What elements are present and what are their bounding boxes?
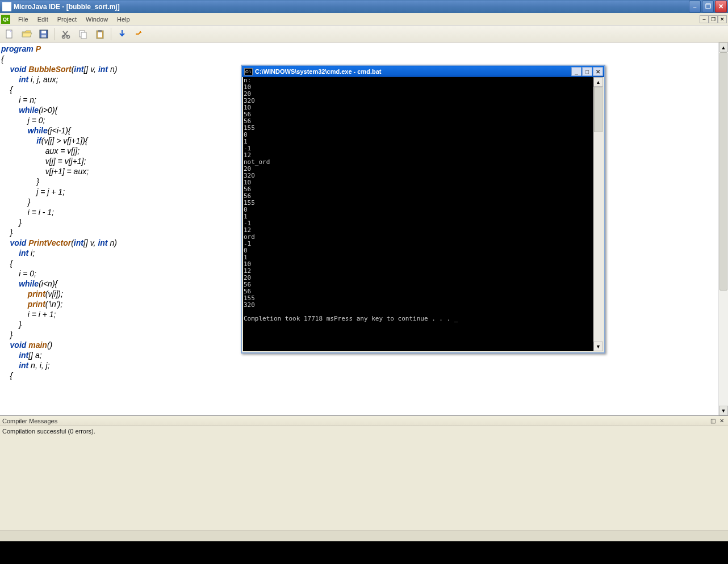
minimize-button[interactable]: –: [689, 1, 701, 12]
compiler-panel-title: Compiler Messages: [2, 418, 708, 424]
svg-rect-2: [41, 31, 46, 33]
svg-rect-9: [98, 30, 102, 32]
svg-rect-10: [98, 32, 102, 37]
panel-float-button[interactable]: ◫: [709, 417, 717, 425]
svg-rect-3: [41, 35, 46, 37]
scroll-thumb[interactable]: [719, 52, 727, 291]
console-window: C:\ C:\WINDOWS\system32\cmd.exe - cmd.ba…: [241, 65, 605, 353]
console-scroll-thumb[interactable]: [594, 87, 603, 132]
menu-project[interactable]: Project: [53, 15, 81, 24]
run-button[interactable]: [115, 27, 129, 41]
save-icon: [39, 29, 49, 39]
console-output[interactable]: n: 10 20 320 10 56 56 155 0 1 -1 12 not_…: [243, 77, 593, 351]
console-title-text: C:\WINDOWS\system32\cmd.exe - cmd.bat: [255, 68, 571, 75]
toolbar-separator: [111, 28, 111, 40]
scroll-down-arrow[interactable]: ▼: [719, 406, 728, 415]
menu-file[interactable]: File: [14, 15, 33, 24]
new-button[interactable]: [2, 27, 17, 41]
mdi-close-button[interactable]: ✕: [718, 15, 727, 23]
close-button[interactable]: ✕: [715, 1, 727, 12]
console-body: n: 10 20 320 10 56 56 155 0 1 -1 12 not_…: [243, 77, 603, 351]
console-scrollbar[interactable]: ▲ ▼: [593, 77, 603, 351]
window-controls: – ❐ ✕: [689, 1, 727, 12]
paste-button[interactable]: [93, 27, 107, 41]
debug-button[interactable]: [132, 27, 147, 41]
console-scroll-down[interactable]: ▼: [593, 342, 603, 351]
open-button[interactable]: [19, 27, 34, 41]
new-file-icon: [5, 29, 15, 39]
console-close-button[interactable]: ✕: [593, 67, 603, 76]
status-bar: [0, 530, 728, 541]
save-button[interactable]: [36, 27, 51, 41]
app-icon: ▢: [2, 2, 11, 11]
svg-rect-7: [81, 32, 86, 39]
editor-scrollbar[interactable]: ▲ ▼: [718, 43, 728, 415]
console-controls: _ □ ✕: [571, 67, 603, 76]
window-titlebar: ▢ MicroJava IDE - [bubble_sort.mj] – ❐ ✕: [0, 0, 728, 13]
copy-button[interactable]: [76, 27, 90, 41]
desktop-area: [0, 541, 728, 564]
panel-close-button[interactable]: ✕: [718, 417, 726, 425]
compiler-messages: Compilation successful (0 errors).: [0, 426, 728, 530]
svg-point-5: [67, 35, 70, 38]
paste-icon: [95, 29, 105, 39]
menu-help[interactable]: Help: [112, 15, 135, 24]
qt-icon: Qt: [1, 15, 10, 24]
copy-icon: [78, 29, 88, 39]
menu-edit[interactable]: Edit: [33, 15, 53, 24]
debug-icon: [134, 29, 144, 39]
window-title: MicroJava IDE - [bubble_sort.mj]: [14, 3, 689, 11]
console-maximize-button[interactable]: □: [582, 67, 592, 76]
compiler-message-text: Compilation successful (0 errors).: [2, 428, 95, 435]
console-titlebar[interactable]: C:\ C:\WINDOWS\system32\cmd.exe - cmd.ba…: [242, 66, 604, 77]
compiler-panel-header: Compiler Messages ◫ ✕: [0, 416, 728, 426]
toolbar: [0, 26, 728, 43]
scroll-up-arrow[interactable]: ▲: [719, 43, 728, 52]
toolbar-separator: [55, 28, 55, 40]
console-minimize-button[interactable]: _: [571, 67, 581, 76]
menu-window[interactable]: Window: [81, 15, 112, 24]
cmd-icon: C:\: [244, 68, 253, 75]
mdi-controls: – ❐ ✕: [700, 15, 727, 23]
compiler-panel: Compiler Messages ◫ ✕ Compilation succes…: [0, 415, 728, 530]
console-scroll-track[interactable]: [593, 87, 603, 342]
console-scroll-up[interactable]: ▲: [593, 77, 603, 87]
mdi-restore-button[interactable]: ❐: [709, 15, 718, 23]
mdi-minimize-button[interactable]: –: [700, 15, 709, 23]
cut-icon: [61, 29, 71, 39]
menu-bar: Qt File Edit Project Window Help – ❐ ✕: [0, 13, 728, 26]
maximize-button[interactable]: ❐: [702, 1, 714, 12]
cut-button[interactable]: [58, 27, 73, 41]
run-icon: [117, 29, 127, 39]
open-file-icon: [21, 29, 32, 39]
